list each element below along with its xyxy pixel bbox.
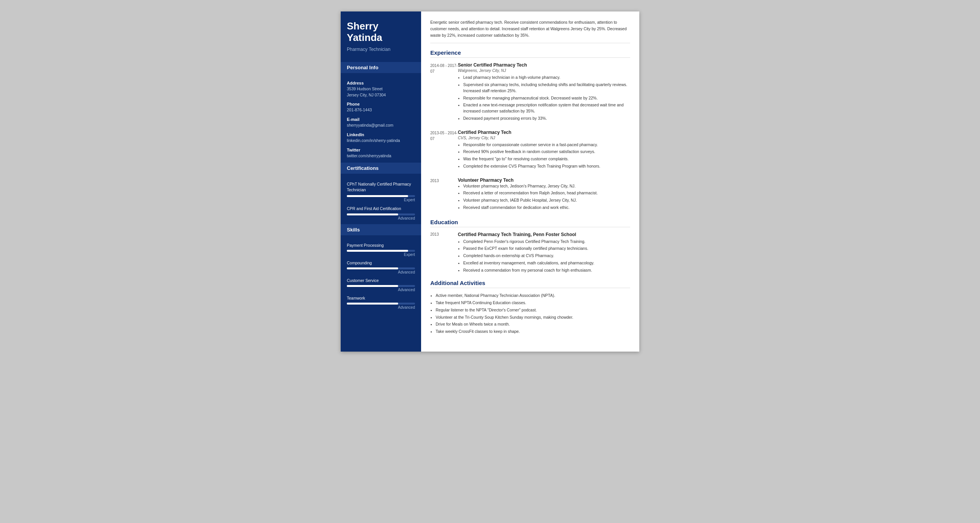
cert1-name: CPhT Nationally Certified Pharmacy Techn… xyxy=(347,181,415,192)
list-item: Completed the extensive CVS Pharmacy Tec… xyxy=(463,163,630,169)
skill1-bar-bg xyxy=(347,250,415,252)
cert1-bar-bg xyxy=(347,195,415,197)
twitter-label: Twitter xyxy=(347,148,415,152)
twitter-value: twitter.com/sherryyatinda xyxy=(347,153,415,159)
job3-bullets: Volunteer pharmacy tech, Jedison's Pharm… xyxy=(458,183,630,211)
list-item: Excelled at inventory management, math c… xyxy=(463,260,630,266)
list-item: Take frequent NPTA Continuing Education … xyxy=(436,300,630,306)
linkedin-value: linkedin.com/in/sherry-yatinda xyxy=(347,138,415,144)
list-item: Take weekly CrossFit classes to keep in … xyxy=(436,329,630,335)
experience-section: Experience 2014-08 - 2017-07 Senior Cert… xyxy=(430,49,630,212)
cert1-bar-fill xyxy=(347,195,408,197)
list-item: Received staff commendation for dedicati… xyxy=(463,205,630,211)
job2-title: Certified Pharmacy Tech xyxy=(458,130,630,135)
activities-section: Additional Activities Active member, Nat… xyxy=(430,280,630,335)
sidebar-header: Sherry Yatinda Pharmacy Technician xyxy=(341,11,421,58)
cert2-bar-bg xyxy=(347,213,415,215)
skill4-bar-fill xyxy=(347,303,398,305)
job2-company: CVS, Jersey City, NJ xyxy=(458,135,630,140)
phone-value: 201-876-1443 xyxy=(347,107,415,113)
skill4-level: Advanced xyxy=(347,305,415,310)
candidate-name: Sherry Yatinda xyxy=(347,21,415,44)
skill1-level: Expert xyxy=(347,253,415,257)
skill3-level: Advanced xyxy=(347,288,415,292)
list-item: Responsible for managing pharmaceutical … xyxy=(463,95,630,101)
skill3-bar-fill xyxy=(347,285,398,287)
address-line2: Jersey City, NJ 07304 xyxy=(347,93,386,97)
list-item: Lead pharmacy technician in a high-volum… xyxy=(463,75,630,81)
skill2-bar-fill xyxy=(347,267,398,269)
sidebar: Sherry Yatinda Pharmacy Technician Perso… xyxy=(341,11,421,352)
main-content: Energetic senior certified pharmacy tech… xyxy=(421,11,639,352)
list-item: Drive for Meals on Wheels twice a month. xyxy=(436,321,630,327)
skills-heading: Skills xyxy=(341,224,421,235)
list-item: Received a commendation from my personal… xyxy=(463,267,630,274)
skill2-bar-bg xyxy=(347,267,415,269)
list-item: Volunteer pharmacy tech, Jedison's Pharm… xyxy=(463,183,630,189)
skill1-name: Payment Processing xyxy=(347,243,415,248)
address-label: Address xyxy=(347,81,415,85)
list-item: Supervised six pharmacy techs, including… xyxy=(463,82,630,94)
list-item: Volunteer pharmacy tech, IAEB Public Hos… xyxy=(463,197,630,204)
skill1-bar-fill xyxy=(347,250,408,252)
personal-info-heading: Personal Info xyxy=(341,62,421,73)
skill4-name: Teamwork xyxy=(347,296,415,300)
edu1-school: Certified Pharmacy Tech Training, Penn F… xyxy=(458,232,630,237)
skill2-level: Advanced xyxy=(347,270,415,274)
list-item: Received a letter of recommendation from… xyxy=(463,190,630,196)
first-name: Sherry xyxy=(347,20,378,32)
cert2-bar-fill xyxy=(347,213,398,215)
list-item: Active member, National Pharmacy Technic… xyxy=(436,293,630,299)
job1-title: Senior Certified Pharmacy Tech xyxy=(458,62,630,68)
candidate-title: Pharmacy Technician xyxy=(347,47,415,52)
education-section: Education 2013 Certified Pharmacy Tech T… xyxy=(430,219,630,275)
cert1-level: Expert xyxy=(347,198,415,202)
list-item: Enacted a new text-message prescription … xyxy=(463,102,630,114)
job1-bullets: Lead pharmacy technician in a high-volum… xyxy=(458,75,630,121)
personal-info-content: Address 3539 Hudson Street Jersey City, … xyxy=(341,73,421,159)
cert2-level: Advanced xyxy=(347,216,415,220)
edu-item-1: 2013 Certified Pharmacy Tech Training, P… xyxy=(430,232,630,275)
list-item: Received 90% positive feedback in random… xyxy=(463,149,630,155)
job1-date: 2014-08 - 2017-07 xyxy=(430,62,458,122)
cert2-name: CPR and First Aid Certification xyxy=(347,206,415,212)
skill3-bar-bg xyxy=(347,285,415,287)
skill2-name: Compounding xyxy=(347,261,415,265)
list-item: Regular listener to the NPTA "Director's… xyxy=(436,307,630,313)
job-item-2: 2013-05 - 2014-07 Certified Pharmacy Tec… xyxy=(430,130,630,171)
edu1-date: 2013 xyxy=(430,232,458,275)
list-item: Was the frequent "go to" for resolving c… xyxy=(463,156,630,162)
list-item: Passed the ExCPT exam for nationally cer… xyxy=(463,246,630,252)
job-item-3: 2013 Volunteer Pharmacy Tech Volunteer p… xyxy=(430,178,630,212)
last-name: Yatinda xyxy=(347,32,382,43)
activities-heading: Additional Activities xyxy=(430,280,630,288)
certifications-heading: Certifications xyxy=(341,163,421,174)
job2-bullets: Responsible for compassionate customer s… xyxy=(458,142,630,169)
skill3-name: Customer Service xyxy=(347,278,415,283)
email-label: E-mail xyxy=(347,117,415,122)
skill4-bar-bg xyxy=(347,303,415,305)
list-item: Volunteer at the Tri-County Soup Kitchen… xyxy=(436,314,630,321)
job-item-1: 2014-08 - 2017-07 Senior Certified Pharm… xyxy=(430,62,630,122)
activities-list: Active member, National Pharmacy Technic… xyxy=(430,293,630,335)
summary-text: Energetic senior certified pharmacy tech… xyxy=(430,19,630,43)
job2-date: 2013-05 - 2014-07 xyxy=(430,130,458,171)
email-value: sherryyatinda@gmail.com xyxy=(347,122,415,129)
job3-body: Volunteer Pharmacy Tech Volunteer pharma… xyxy=(458,178,630,212)
certifications-content: CPhT Nationally Certified Pharmacy Techn… xyxy=(341,174,421,220)
job1-body: Senior Certified Pharmacy Tech Walgreens… xyxy=(458,62,630,122)
address-value: 3539 Hudson Street Jersey City, NJ 07304 xyxy=(347,86,415,98)
list-item: Completed Penn Foster's rigorous Certifi… xyxy=(463,239,630,245)
education-heading: Education xyxy=(430,219,630,227)
edu1-bullets: Completed Penn Foster's rigorous Certifi… xyxy=(458,239,630,274)
list-item: Responsible for compassionate customer s… xyxy=(463,142,630,148)
job2-body: Certified Pharmacy Tech CVS, Jersey City… xyxy=(458,130,630,171)
list-item: Completed hands-on externship at CVS Pha… xyxy=(463,253,630,259)
job3-date: 2013 xyxy=(430,178,458,212)
skills-content: Payment Processing Expert Compounding Ad… xyxy=(341,235,421,310)
address-line1: 3539 Hudson Street xyxy=(347,86,382,91)
list-item: Decreased payment processing errors by 3… xyxy=(463,116,630,122)
edu1-body: Certified Pharmacy Tech Training, Penn F… xyxy=(458,232,630,275)
resume-wrapper: Sherry Yatinda Pharmacy Technician Perso… xyxy=(341,11,639,352)
job1-company: Walgreens, Jersey City, NJ xyxy=(458,68,630,73)
